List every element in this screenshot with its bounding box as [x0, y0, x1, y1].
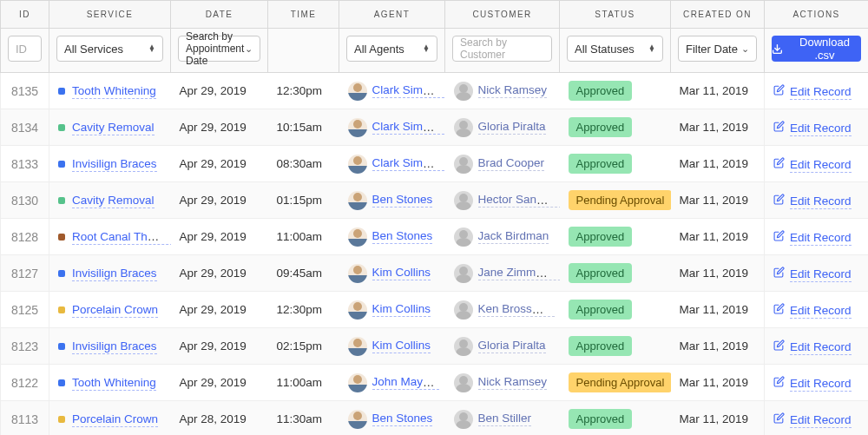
service-link[interactable]: Invisilign Braces [72, 267, 157, 281]
row-date: Apr 29, 2019 [171, 365, 268, 401]
filter-created-select[interactable]: Filter Date ⌄ [678, 36, 757, 62]
row-customer-cell: Nick Ramsey [445, 365, 560, 401]
edit-record-link[interactable]: Edit Record [790, 85, 852, 100]
edit-record-link[interactable]: Edit Record [790, 194, 852, 209]
agent-link[interactable]: Clark Simeone [372, 83, 445, 98]
row-time: 09:45am [268, 255, 339, 292]
agent-avatar [348, 82, 367, 101]
filter-id-input[interactable]: ID [8, 36, 42, 62]
row-time: 11:30am [268, 401, 339, 436]
service-link[interactable]: Porcelain Crown [72, 412, 158, 427]
filter-customer-input[interactable]: Search by Customer [452, 36, 552, 62]
service-link[interactable]: Invisilign Braces [72, 339, 157, 354]
row-created: Mar 11, 2019 [671, 182, 765, 219]
agent-link[interactable]: Ben Stones [372, 412, 433, 426]
row-created: Mar 11, 2019 [671, 146, 765, 182]
customer-link[interactable]: Nick Ramsey [478, 375, 548, 390]
customer-link[interactable]: Gloria Piralta [478, 339, 546, 353]
customer-link[interactable]: Jane Zimmerman [478, 266, 560, 280]
edit-icon [773, 121, 785, 135]
edit-record-link[interactable]: Edit Record [790, 304, 852, 319]
customer-link[interactable]: Ben Stiller [478, 412, 532, 426]
edit-record-link[interactable]: Edit Record [790, 231, 852, 246]
agent-link[interactable]: John Mayers [372, 375, 439, 390]
service-link[interactable]: Invisilign Braces [72, 157, 157, 172]
service-link[interactable]: Root Canal Therapy [72, 230, 171, 245]
edit-icon [773, 157, 785, 171]
customer-link[interactable]: Ken Brossman [478, 302, 556, 317]
edit-record-link[interactable]: Edit Record [790, 158, 852, 173]
row-date: Apr 29, 2019 [171, 328, 268, 365]
row-id: 8113 [1, 401, 49, 436]
service-color-dot [58, 88, 65, 95]
agent-link[interactable]: Clark Simeone [372, 156, 445, 171]
filter-date-select[interactable]: Search by Appointment Date ⌄ [178, 36, 260, 62]
row-customer-cell: Jack Birdman [445, 219, 560, 255]
service-link[interactable]: Porcelain Crown [72, 303, 158, 318]
row-status-cell: Approved [560, 146, 671, 182]
row-service-cell: Cavity Removal [49, 109, 171, 146]
service-color-dot [58, 343, 65, 350]
appointments-table: ID SERVICE DATE TIME AGENT CUSTOMER STAT… [0, 0, 868, 435]
table-row: 8123Invisilign BracesApr 29, 201902:15pm… [1, 328, 869, 365]
edit-record-link[interactable]: Edit Record [790, 122, 852, 136]
customer-link[interactable]: Hector Sanchez [478, 193, 560, 208]
agent-avatar [348, 118, 367, 137]
service-link[interactable]: Cavity Removal [72, 194, 155, 208]
filter-service-select[interactable]: All Services ▲▼ [56, 36, 163, 62]
agent-link[interactable]: Kim Collins [372, 302, 431, 317]
customer-link[interactable]: Gloria Piralta [478, 120, 546, 135]
row-service-cell: Cavity Removal [49, 182, 171, 219]
filter-service-value: All Services [64, 43, 123, 56]
col-header-status: STATUS [560, 1, 671, 29]
edit-record-link[interactable]: Edit Record [790, 377, 852, 392]
row-actions-cell: Edit Record [765, 109, 869, 146]
customer-link[interactable]: Jack Birdman [478, 229, 549, 244]
row-agent-cell: Ben Stones [339, 182, 445, 219]
agent-link[interactable]: Clark Simeone [372, 120, 445, 135]
agent-avatar [348, 264, 367, 283]
agent-avatar [348, 373, 367, 392]
agent-link[interactable]: Ben Stones [372, 229, 433, 244]
filter-id-placeholder: ID [16, 43, 27, 56]
row-time: 02:15pm [268, 328, 339, 365]
row-status-cell: Approved [560, 292, 671, 328]
up-down-icon: ▲▼ [423, 45, 430, 52]
agent-link[interactable]: Kim Collins [372, 339, 431, 353]
service-link[interactable]: Tooth Whitening [72, 84, 156, 99]
row-customer-cell: Hector Sanchez [445, 182, 560, 219]
row-time: 08:30am [268, 146, 339, 182]
filter-agent-select[interactable]: All Agents ▲▼ [346, 36, 437, 62]
agent-link[interactable]: Ben Stones [372, 193, 433, 208]
customer-link[interactable]: Brad Cooper [478, 156, 545, 171]
filter-status-select[interactable]: All Statuses ▲▼ [567, 36, 663, 62]
chevron-down-icon: ⌄ [245, 43, 253, 55]
row-customer-cell: Ben Stiller [445, 401, 560, 436]
service-link[interactable]: Cavity Removal [72, 121, 155, 135]
edit-icon [773, 194, 785, 208]
edit-record-link[interactable]: Edit Record [790, 340, 852, 355]
agent-link[interactable]: Kim Collins [372, 266, 431, 280]
row-time: 12:30pm [268, 73, 339, 109]
row-date: Apr 29, 2019 [171, 292, 268, 328]
status-badge: Approved [569, 336, 633, 356]
customer-avatar [454, 264, 473, 283]
row-id: 8134 [1, 109, 49, 146]
row-actions-cell: Edit Record [765, 292, 869, 328]
edit-record-link[interactable]: Edit Record [790, 267, 852, 282]
customer-link[interactable]: Nick Ramsey [478, 83, 548, 98]
up-down-icon: ▲▼ [648, 45, 655, 52]
row-customer-cell: Jane Zimmerman [445, 255, 560, 292]
download-csv-button[interactable]: Download .csv [772, 36, 861, 62]
service-link[interactable]: Tooth Whitening [72, 376, 156, 391]
table-row: 8125Porcelain CrownApr 29, 201912:30pmKi… [1, 292, 869, 328]
service-color-dot [58, 234, 65, 241]
row-status-cell: Approved [560, 219, 671, 255]
row-created: Mar 11, 2019 [671, 328, 765, 365]
row-actions-cell: Edit Record [765, 365, 869, 401]
row-agent-cell: John Mayers [339, 365, 445, 401]
row-created: Mar 11, 2019 [671, 365, 765, 401]
table-row: 8130Cavity RemovalApr 29, 201901:15pmBen… [1, 182, 869, 219]
edit-record-link[interactable]: Edit Record [790, 413, 852, 428]
col-header-id: ID [1, 1, 49, 29]
